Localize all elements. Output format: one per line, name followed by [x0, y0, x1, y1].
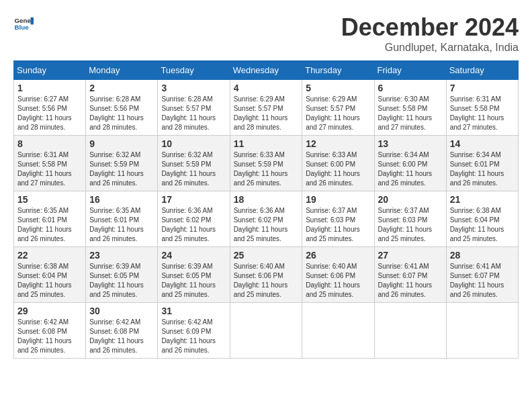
calendar-cell: 10Sunrise: 6:32 AMSunset: 5:59 PMDayligh… — [158, 136, 230, 191]
calendar-cell — [230, 303, 302, 359]
day-number: 13 — [378, 138, 443, 149]
day-info: Sunrise: 6:31 AMSunset: 5:58 PMDaylight:… — [450, 95, 515, 132]
calendar-cell: 20Sunrise: 6:37 AMSunset: 6:03 PMDayligh… — [374, 191, 446, 247]
day-number: 20 — [378, 194, 443, 205]
day-info: Sunrise: 6:42 AMSunset: 6:09 PMDaylight:… — [161, 318, 226, 355]
calendar-cell: 23Sunrise: 6:39 AMSunset: 6:05 PMDayligh… — [86, 247, 158, 303]
calendar-cell: 9Sunrise: 6:32 AMSunset: 5:59 PMDaylight… — [86, 136, 158, 191]
day-number: 14 — [450, 138, 515, 149]
day-info: Sunrise: 6:29 AMSunset: 5:57 PMDaylight:… — [234, 95, 299, 132]
calendar-cell: 17Sunrise: 6:36 AMSunset: 6:02 PMDayligh… — [158, 191, 230, 247]
day-number: 24 — [161, 250, 226, 261]
calendar-cell — [374, 303, 446, 359]
calendar-cell: 25Sunrise: 6:40 AMSunset: 6:06 PMDayligh… — [230, 247, 302, 303]
weekday-header-thursday: Thursday — [302, 61, 374, 80]
calendar-cell — [446, 303, 518, 359]
weekday-header-friday: Friday — [374, 61, 446, 80]
calendar-cell: 8Sunrise: 6:31 AMSunset: 5:58 PMDaylight… — [14, 136, 86, 191]
week-row-3: 15Sunrise: 6:35 AMSunset: 6:01 PMDayligh… — [14, 191, 519, 247]
day-number: 18 — [234, 194, 299, 205]
day-info: Sunrise: 6:39 AMSunset: 6:05 PMDaylight:… — [161, 262, 226, 300]
day-number: 9 — [89, 138, 154, 149]
calendar-cell — [302, 303, 374, 359]
day-info: Sunrise: 6:37 AMSunset: 6:03 PMDaylight:… — [378, 206, 443, 244]
week-row-2: 8Sunrise: 6:31 AMSunset: 5:58 PMDaylight… — [14, 136, 519, 191]
day-number: 2 — [89, 83, 154, 93]
weekday-header-tuesday: Tuesday — [158, 61, 230, 80]
svg-text:Blue: Blue — [15, 24, 30, 31]
day-number: 8 — [17, 138, 82, 149]
day-info: Sunrise: 6:36 AMSunset: 6:02 PMDaylight:… — [234, 206, 299, 244]
weekday-header-wednesday: Wednesday — [230, 61, 302, 80]
calendar-cell: 4Sunrise: 6:29 AMSunset: 5:57 PMDaylight… — [230, 80, 302, 136]
day-number: 30 — [89, 306, 154, 316]
day-number: 29 — [17, 306, 82, 316]
day-number: 28 — [450, 250, 515, 261]
day-info: Sunrise: 6:40 AMSunset: 6:06 PMDaylight:… — [234, 262, 299, 300]
day-number: 12 — [306, 138, 370, 149]
day-info: Sunrise: 6:28 AMSunset: 5:57 PMDaylight:… — [161, 95, 226, 132]
day-info: Sunrise: 6:38 AMSunset: 6:04 PMDaylight:… — [17, 262, 82, 300]
day-info: Sunrise: 6:27 AMSunset: 5:56 PMDaylight:… — [17, 95, 82, 132]
week-row-5: 29Sunrise: 6:42 AMSunset: 6:08 PMDayligh… — [14, 303, 519, 359]
day-number: 1 — [17, 83, 82, 93]
day-info: Sunrise: 6:42 AMSunset: 6:08 PMDaylight:… — [89, 318, 154, 355]
logo: General Blue — [13, 13, 34, 34]
day-number: 26 — [306, 250, 370, 261]
day-info: Sunrise: 6:38 AMSunset: 6:04 PMDaylight:… — [450, 206, 515, 244]
day-info: Sunrise: 6:32 AMSunset: 5:59 PMDaylight:… — [89, 150, 154, 188]
calendar-cell: 30Sunrise: 6:42 AMSunset: 6:08 PMDayligh… — [86, 303, 158, 359]
calendar-cell: 6Sunrise: 6:30 AMSunset: 5:58 PMDaylight… — [374, 80, 446, 136]
day-number: 17 — [161, 194, 226, 205]
calendar-table: SundayMondayTuesdayWednesdayThursdayFrid… — [13, 60, 519, 359]
calendar-cell: 2Sunrise: 6:28 AMSunset: 5:56 PMDaylight… — [86, 80, 158, 136]
calendar-cell: 16Sunrise: 6:35 AMSunset: 6:01 PMDayligh… — [86, 191, 158, 247]
calendar-cell: 21Sunrise: 6:38 AMSunset: 6:04 PMDayligh… — [446, 191, 518, 247]
day-info: Sunrise: 6:34 AMSunset: 6:01 PMDaylight:… — [450, 150, 515, 188]
day-number: 16 — [89, 194, 154, 205]
logo-icon: General Blue — [13, 13, 34, 34]
day-info: Sunrise: 6:29 AMSunset: 5:57 PMDaylight:… — [306, 95, 370, 132]
day-info: Sunrise: 6:32 AMSunset: 5:59 PMDaylight:… — [161, 150, 226, 188]
week-row-1: 1Sunrise: 6:27 AMSunset: 5:56 PMDaylight… — [14, 80, 519, 136]
day-number: 22 — [17, 250, 82, 261]
day-info: Sunrise: 6:34 AMSunset: 6:00 PMDaylight:… — [378, 150, 443, 188]
day-info: Sunrise: 6:41 AMSunset: 6:07 PMDaylight:… — [450, 262, 515, 300]
weekday-header-monday: Monday — [86, 61, 158, 80]
day-number: 7 — [450, 83, 515, 93]
calendar-cell: 18Sunrise: 6:36 AMSunset: 6:02 PMDayligh… — [230, 191, 302, 247]
week-row-4: 22Sunrise: 6:38 AMSunset: 6:04 PMDayligh… — [14, 247, 519, 303]
month-title: December 2024 — [341, 13, 519, 42]
calendar-cell: 26Sunrise: 6:40 AMSunset: 6:06 PMDayligh… — [302, 247, 374, 303]
day-info: Sunrise: 6:30 AMSunset: 5:58 PMDaylight:… — [378, 95, 443, 132]
calendar-cell: 27Sunrise: 6:41 AMSunset: 6:07 PMDayligh… — [374, 247, 446, 303]
day-info: Sunrise: 6:35 AMSunset: 6:01 PMDaylight:… — [89, 206, 154, 244]
day-info: Sunrise: 6:42 AMSunset: 6:08 PMDaylight:… — [17, 318, 82, 355]
calendar-cell: 1Sunrise: 6:27 AMSunset: 5:56 PMDaylight… — [14, 80, 86, 136]
day-info: Sunrise: 6:37 AMSunset: 6:03 PMDaylight:… — [306, 206, 370, 244]
calendar-cell: 7Sunrise: 6:31 AMSunset: 5:58 PMDaylight… — [446, 80, 518, 136]
calendar-cell: 15Sunrise: 6:35 AMSunset: 6:01 PMDayligh… — [14, 191, 86, 247]
day-number: 25 — [234, 250, 299, 261]
day-info: Sunrise: 6:31 AMSunset: 5:58 PMDaylight:… — [17, 150, 82, 188]
day-number: 27 — [378, 250, 443, 261]
day-info: Sunrise: 6:33 AMSunset: 5:59 PMDaylight:… — [234, 150, 299, 188]
day-number: 15 — [17, 194, 82, 205]
calendar-cell: 3Sunrise: 6:28 AMSunset: 5:57 PMDaylight… — [158, 80, 230, 136]
calendar-cell: 14Sunrise: 6:34 AMSunset: 6:01 PMDayligh… — [446, 136, 518, 191]
day-number: 23 — [89, 250, 154, 261]
day-number: 31 — [161, 306, 226, 316]
day-number: 11 — [234, 138, 299, 149]
day-info: Sunrise: 6:36 AMSunset: 6:02 PMDaylight:… — [161, 206, 226, 244]
calendar-cell: 22Sunrise: 6:38 AMSunset: 6:04 PMDayligh… — [14, 247, 86, 303]
weekday-header-sunday: Sunday — [14, 61, 86, 80]
day-info: Sunrise: 6:41 AMSunset: 6:07 PMDaylight:… — [378, 262, 443, 300]
calendar-cell: 31Sunrise: 6:42 AMSunset: 6:09 PMDayligh… — [158, 303, 230, 359]
calendar-cell: 28Sunrise: 6:41 AMSunset: 6:07 PMDayligh… — [446, 247, 518, 303]
calendar-cell: 19Sunrise: 6:37 AMSunset: 6:03 PMDayligh… — [302, 191, 374, 247]
title-area: December 2024 Gundlupet, Karnataka, Indi… — [341, 13, 519, 54]
day-info: Sunrise: 6:35 AMSunset: 6:01 PMDaylight:… — [17, 206, 82, 244]
location-subtitle: Gundlupet, Karnataka, India — [341, 42, 519, 54]
calendar-cell: 29Sunrise: 6:42 AMSunset: 6:08 PMDayligh… — [14, 303, 86, 359]
day-number: 21 — [450, 194, 515, 205]
